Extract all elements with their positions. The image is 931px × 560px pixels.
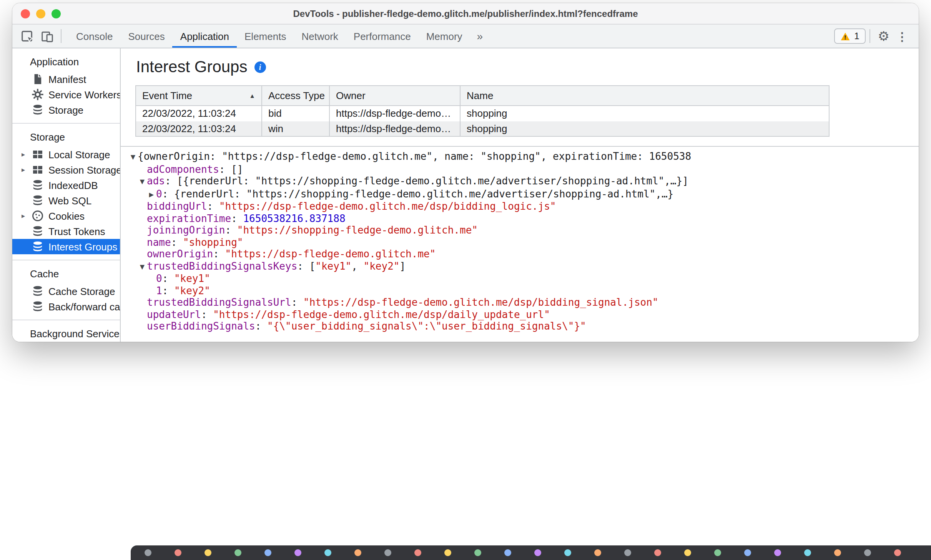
grid-icon <box>32 164 44 176</box>
column-header-access-type[interactable]: Access Type <box>262 86 329 106</box>
sidebar-item-service-workers[interactable]: Service Workers <box>12 87 120 102</box>
json-text: : [] <box>219 163 243 175</box>
json-tree-row[interactable]: 0: "key1" <box>127 273 919 285</box>
color-dot <box>894 549 901 556</box>
expand-closed-icon[interactable]: ▶ <box>147 189 156 200</box>
table-cell[interactable]: 22/03/2022, 11:03:24 <box>136 121 262 136</box>
column-header-name[interactable]: Name <box>460 86 829 106</box>
table-cell[interactable]: bid <box>262 106 329 121</box>
sidebar-item-label: Storage <box>48 104 83 116</box>
json-tree-row[interactable]: ▼ads: [{renderUrl: "https://shopping-fle… <box>127 175 919 188</box>
json-tree-row[interactable]: expirationTime: 1650538216.837188 <box>127 212 919 224</box>
device-toolbar-button[interactable] <box>37 27 57 45</box>
json-key: 1 <box>156 285 162 296</box>
devtools-toolbar: ConsoleSourcesApplicationElementsNetwork… <box>12 25 919 48</box>
tab-performance[interactable]: Performance <box>346 25 419 48</box>
table-row[interactable]: 22/03/2022, 11:03:24winhttps://dsp-fledg… <box>136 121 829 136</box>
color-dot <box>474 549 481 556</box>
cookie-icon <box>32 210 44 222</box>
tab-application[interactable]: Application <box>173 25 237 48</box>
chevron-right-icon[interactable]: ▸ <box>22 151 32 158</box>
sidebar-section-title-storage: Storage <box>12 128 120 147</box>
minimize-window-button[interactable] <box>36 9 45 18</box>
tab-console[interactable]: Console <box>68 25 120 48</box>
expand-open-icon[interactable]: ▼ <box>138 176 147 188</box>
color-dot <box>354 549 361 556</box>
json-value-string: "shopping" <box>183 236 243 248</box>
color-dot <box>504 549 511 556</box>
sidebar-item-manifest[interactable]: Manifest <box>12 71 120 87</box>
sidebar-item-trust-tokens[interactable]: Trust Tokens <box>12 224 120 239</box>
json-key: expirationTime <box>147 212 231 224</box>
tab-network[interactable]: Network <box>294 25 346 48</box>
table-cell[interactable]: shopping <box>460 121 829 136</box>
expand-open-icon[interactable]: ▼ <box>128 151 138 163</box>
tab-elements[interactable]: Elements <box>237 25 294 48</box>
sidebar-item-web-sql[interactable]: Web SQL <box>12 193 120 208</box>
json-value-string: "https://dsp-fledge-demo.glitch.me" <box>225 248 436 260</box>
toolbar-divider <box>869 29 870 43</box>
sidebar-item-cache-storage[interactable]: Cache Storage <box>12 283 120 299</box>
json-tree-row[interactable]: 1: "key2" <box>127 285 919 297</box>
table-row[interactable]: 22/03/2022, 11:03:24bidhttps://dsp-fledg… <box>136 106 829 121</box>
json-text: : <box>225 224 237 236</box>
tab-sources[interactable]: Sources <box>120 25 172 48</box>
inspect-element-button[interactable] <box>17 27 37 45</box>
table-cell[interactable]: https://dsp-fledge-demo.gl… <box>329 106 460 121</box>
json-tree-row[interactable]: name: "shopping" <box>127 236 919 248</box>
table-cell[interactable]: win <box>262 121 329 136</box>
kebab-menu-icon[interactable]: ⋮ <box>893 30 911 42</box>
json-key: ads <box>147 175 165 187</box>
json-tree-row[interactable]: ▼{ownerOrigin: "https://dsp-fledge-demo.… <box>127 151 919 163</box>
sidebar-item-session-storage[interactable]: ▸Session Storage <box>12 162 120 177</box>
json-tree-row[interactable]: ▶0: {renderUrl: "https://shopping-fledge… <box>127 188 919 200</box>
table-cell[interactable]: shopping <box>460 106 829 121</box>
info-icon[interactable]: i <box>254 61 266 73</box>
json-tree-row[interactable]: adComponents: [] <box>127 163 919 175</box>
sidebar-item-storage[interactable]: Storage <box>12 102 120 118</box>
chevron-right-icon[interactable]: ▸ <box>22 166 32 174</box>
interest-groups-table: Event Time▲Access TypeOwnerName 22/03/20… <box>135 85 830 137</box>
json-text: : <box>255 320 267 332</box>
json-tree-row[interactable]: trustedBiddingSignalsUrl: "https://dsp-f… <box>127 297 919 308</box>
column-header-owner[interactable]: Owner <box>329 86 460 106</box>
table-cell[interactable]: 22/03/2022, 11:03:24 <box>136 106 262 121</box>
chevron-right-icon[interactable]: ▸ <box>22 212 32 220</box>
settings-gear-icon[interactable]: ⚙ <box>874 30 894 43</box>
json-tree-row[interactable]: ▼trustedBiddingSignalsKeys: ["key1", "ke… <box>127 260 919 273</box>
json-tree-row[interactable]: biddingUrl: "https://dsp-fledge-demo.gli… <box>127 200 919 212</box>
sort-ascending-icon: ▲ <box>249 92 255 99</box>
column-header-event-time[interactable]: Event Time▲ <box>136 86 262 106</box>
sidebar-item-local-storage[interactable]: ▸Local Storage <box>12 147 120 162</box>
json-text: : <box>291 297 303 308</box>
sidebar-item-label: IndexedDB <box>48 179 98 191</box>
json-tree-row[interactable]: joiningOrigin: "https://shopping-fledge-… <box>127 224 919 236</box>
table-cell[interactable]: https://dsp-fledge-demo.gl… <box>329 121 460 136</box>
sidebar-item-back-forward-cach[interactable]: Back/forward cach <box>12 299 120 314</box>
json-tree-row[interactable]: ownerOrigin: "https://dsp-fledge-demo.gl… <box>127 248 919 260</box>
issues-badge[interactable]: 1 <box>834 28 865 44</box>
sidebar-item-cookies[interactable]: ▸Cookies <box>12 208 120 224</box>
color-dot <box>234 549 241 556</box>
titlebar: DevTools - publisher-fledge-demo.glitch.… <box>12 3 919 25</box>
color-dot <box>684 549 691 556</box>
expand-open-icon[interactable]: ▼ <box>138 261 147 273</box>
devtools-content: ApplicationManifestService WorkersStorag… <box>12 48 919 342</box>
json-tree-row[interactable]: updateUrl: "https://dsp-fledge-demo.glit… <box>127 308 919 320</box>
database-icon <box>32 285 44 297</box>
more-tabs-button[interactable]: » <box>470 30 490 42</box>
json-key: adComponents <box>147 163 219 175</box>
json-text: : <box>201 308 213 320</box>
color-dot <box>175 549 181 556</box>
sidebar-section-title-cache: Cache <box>12 265 120 283</box>
sidebar-item-interest-groups[interactable]: Interest Groups <box>12 239 120 254</box>
json-text: : <box>231 212 243 224</box>
color-dot <box>294 549 301 556</box>
sidebar-item-indexeddb[interactable]: IndexedDB <box>12 177 120 193</box>
tab-memory[interactable]: Memory <box>419 25 470 48</box>
json-tree-row[interactable]: userBiddingSignals: "{\"user_bidding_sig… <box>127 320 919 332</box>
json-key: ownerOrigin <box>147 248 213 260</box>
close-window-button[interactable] <box>21 9 30 18</box>
color-dot <box>204 549 211 556</box>
zoom-window-button[interactable] <box>52 9 61 18</box>
